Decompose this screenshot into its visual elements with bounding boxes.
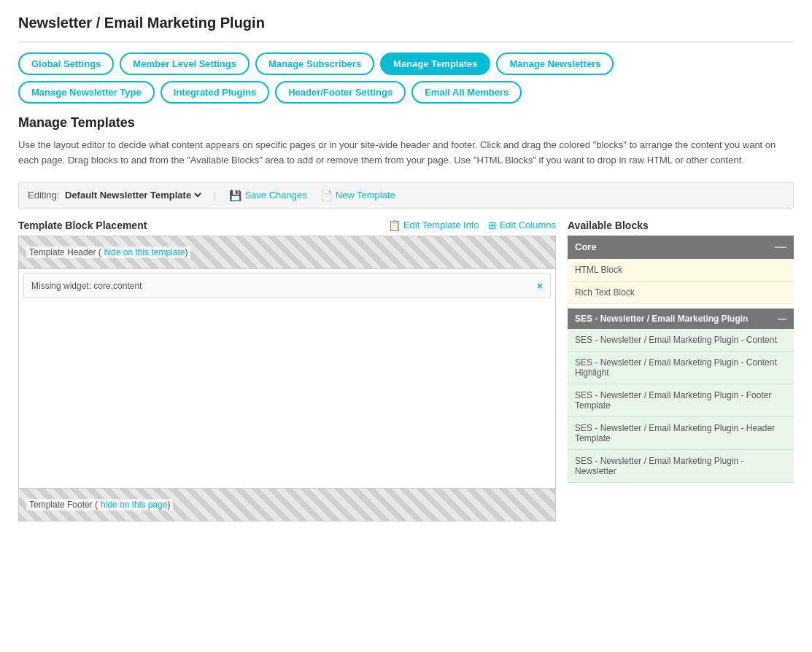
tab-manage-subscribers[interactable]: Manage Subscribers [255,53,374,75]
tab-header-footer-settings[interactable]: Header/Footer Settings [275,81,406,104]
rich-text-block-item[interactable]: Rich Text Block [568,282,794,304]
tab-member-level-settings[interactable]: Member Level Settings [120,53,250,75]
new-template-button[interactable]: 📄 New Template [317,188,398,203]
template-content-area: Missing widget: core.content × [19,269,555,488]
tab-manage-templates[interactable]: Manage Templates [380,53,490,75]
tab-global-settings[interactable]: Global Settings [18,53,114,75]
canvas-top-bar: Template Block Placement 📋 Edit Template… [18,220,556,231]
available-blocks-panel: Available Blocks Core — HTML Block Rich … [568,220,794,483]
plugin-block-content-highlight[interactable]: SES - Newsletter / Email Marketing Plugi… [568,352,794,384]
edit-columns-button[interactable]: ⊞ Edit Columns [488,220,556,231]
page-title: Newsletter / Email Marketing Plugin [18,15,794,31]
template-footer-label: Template Footer (hide on this page) [26,499,173,511]
core-collapse-icon: — [775,241,786,254]
edit-template-info-button[interactable]: 📋 Edit Template Info [388,220,479,231]
tab-email-all-members[interactable]: Email All Members [411,81,522,104]
hide-footer-link[interactable]: hide on this page [101,500,167,510]
bar-divider: | [214,190,216,201]
template-header-section: Template Header (hide on this template) [19,236,555,269]
html-block-item[interactable]: HTML Block [568,259,794,282]
plugin-section-header[interactable]: SES - Newsletter / Email Marketing Plugi… [568,308,794,329]
template-footer-section: Template Footer (hide on this page) [19,488,555,521]
tab-manage-newsletters[interactable]: Manage Newsletters [496,53,614,75]
template-canvas: Template Block Placement 📋 Edit Template… [18,220,556,521]
close-widget-button[interactable]: × [537,280,543,292]
template-header-label: Template Header (hide on this template) [26,247,190,258]
tab-integrated-plugins[interactable]: Integrated Plugins [161,81,269,104]
plugin-block-footer-template[interactable]: SES - Newsletter / Email Marketing Plugi… [568,384,794,417]
core-section-header[interactable]: Core — [568,236,794,259]
plugin-section-label: SES - Newsletter / Email Marketing Plugi… [575,314,748,324]
missing-widget-text: Missing widget: core.content [31,281,142,291]
editing-bar: Editing: Default Newsletter Template | 💾… [18,182,794,209]
title-divider [18,42,794,42]
template-area: Template Block Placement 📋 Edit Template… [18,220,794,521]
editing-label: Editing: Default Newsletter Template [28,189,204,201]
plugin-block-content[interactable]: SES - Newsletter / Email Marketing Plugi… [568,329,794,352]
template-frame: Template Header (hide on this template) … [18,236,556,521]
section-description: Use the layout editor to decide what con… [18,138,794,168]
plugin-block-header-template[interactable]: SES - Newsletter / Email Marketing Plugi… [568,417,794,450]
hide-header-link[interactable]: hide on this template [104,247,185,257]
canvas-actions: 📋 Edit Template Info ⊞ Edit Columns [388,220,556,231]
nav-tabs-row-2: Manage Newsletter Type Integrated Plugin… [18,81,794,104]
plugin-block-newsletter[interactable]: SES - Newsletter / Email Marketing Plugi… [568,450,794,483]
nav-tabs-row-1: Global Settings Member Level Settings Ma… [18,53,794,75]
save-changes-button[interactable]: 💾 Save Changes [226,188,309,203]
missing-widget-row: Missing widget: core.content × [23,273,551,298]
save-icon: 💾 [229,190,241,201]
new-template-icon: 📄 [320,190,333,201]
edit-template-info-icon: 📋 [388,220,401,231]
core-section-label: Core [575,241,597,252]
plugin-collapse-icon: — [778,314,786,324]
placement-title: Template Block Placement [18,220,147,231]
template-select[interactable]: Default Newsletter Template [62,189,204,201]
section-title: Manage Templates [18,115,794,131]
edit-columns-icon: ⊞ [488,220,497,231]
tab-manage-newsletter-type[interactable]: Manage Newsletter Type [18,81,155,104]
available-blocks-title: Available Blocks [568,220,794,231]
